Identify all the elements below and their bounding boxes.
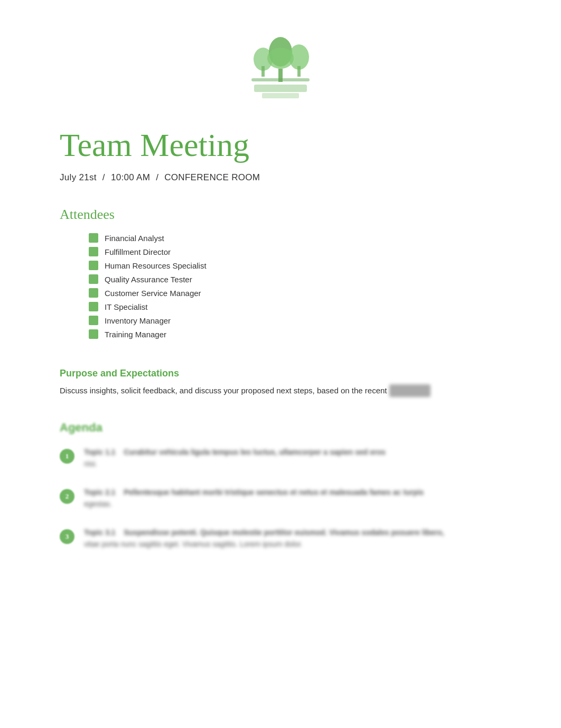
bullet-icon [89, 316, 98, 325]
bullet-icon [89, 302, 98, 311]
page-container: Team Meeting July 21st / 10:00 AM / CONF… [0, 0, 561, 656]
agenda-content-1: Topic 1.1 Curabitur vehicula ligula temp… [84, 448, 501, 469]
svg-point-5 [289, 44, 309, 70]
agenda-item-3: 3 Topic 3.1 Suspendisse potenti. Quisque… [60, 528, 501, 550]
svg-rect-1 [261, 66, 265, 77]
agenda-desc-2: egestas. [84, 499, 501, 510]
attendee-name: Fulfillment Director [105, 247, 171, 256]
agenda-heading: Agenda [60, 421, 501, 435]
list-item: Financial Analyst [89, 233, 501, 243]
svg-rect-6 [297, 66, 301, 77]
bullet-icon [89, 329, 98, 339]
meeting-date: July 21st [60, 172, 97, 182]
attendee-name: Inventory Manager [105, 316, 171, 325]
list-item: Inventory Manager [89, 316, 501, 325]
svg-rect-9 [262, 93, 299, 98]
attendee-name: IT Specialist [105, 302, 147, 311]
list-item: Quality Assurance Tester [89, 274, 501, 284]
purpose-heading: Purpose and Expectations [60, 368, 501, 379]
agenda-number-2: 2 [60, 489, 74, 504]
company-logo [236, 32, 325, 100]
bullet-icon [89, 261, 98, 270]
attendees-section: Attendees Financial Analyst Fulfillment … [60, 207, 501, 339]
purpose-text-blurred: plant data. [389, 384, 431, 397]
attendee-name: Customer Service Manager [105, 289, 201, 298]
footer-area [60, 592, 501, 624]
meeting-title: Team Meeting [60, 127, 501, 163]
separator-2: / [156, 172, 158, 182]
agenda-title-3: Topic 3.1 Suspendisse potenti. Quisque m… [84, 528, 501, 537]
meeting-time: 10:00 AM [111, 172, 150, 182]
bullet-icon [89, 274, 98, 284]
list-item: Fulfillment Director [89, 247, 501, 256]
agenda-section: Agenda 1 Topic 1.1 Curabitur vehicula li… [60, 421, 501, 550]
bullet-icon [89, 288, 98, 298]
attendee-name: Financial Analyst [105, 234, 164, 243]
attendees-heading: Attendees [60, 207, 501, 223]
attendee-name: Human Resources Specialist [105, 261, 207, 270]
agenda-number-3: 3 [60, 529, 74, 544]
agenda-item-2: 2 Topic 2.1 Pellentesque habitant morbi … [60, 488, 501, 510]
purpose-section: Purpose and Expectations Discuss insight… [60, 368, 501, 397]
purpose-text: Discuss insights, solicit feedback, and … [60, 384, 501, 397]
agenda-content-2: Topic 2.1 Pellentesque habitant morbi tr… [84, 488, 501, 510]
list-item: Training Manager [89, 329, 501, 339]
agenda-title-1: Topic 1.1 Curabitur vehicula ligula temp… [84, 448, 501, 456]
meeting-meta: July 21st / 10:00 AM / CONFERENCE ROOM [60, 172, 501, 183]
agenda-item-1: 1 Topic 1.1 Curabitur vehicula ligula te… [60, 448, 501, 469]
agenda-desc-3: vitae porta nunc sagittis eget. Vivamus … [84, 539, 501, 550]
list-item: Human Resources Specialist [89, 261, 501, 270]
list-item: Customer Service Manager [89, 288, 501, 298]
list-item: IT Specialist [89, 302, 501, 311]
bullet-icon [89, 247, 98, 256]
svg-rect-7 [251, 78, 310, 81]
attendees-list: Financial Analyst Fulfillment Director H… [60, 233, 501, 339]
attendee-name: Training Manager [105, 330, 166, 339]
bullet-icon [89, 233, 98, 243]
separator-1: / [102, 172, 105, 182]
agenda-content-3: Topic 3.1 Suspendisse potenti. Quisque m… [84, 528, 501, 550]
svg-rect-8 [254, 85, 307, 92]
agenda-number-1: 1 [60, 449, 74, 464]
purpose-text-visible: Discuss insights, solicit feedback, and … [60, 386, 387, 395]
agenda-title-2: Topic 2.1 Pellentesque habitant morbi tr… [84, 488, 501, 496]
agenda-desc-1: nisi. [84, 458, 501, 469]
meeting-location: CONFERENCE ROOM [164, 172, 260, 182]
attendee-name: Quality Assurance Tester [105, 275, 192, 284]
logo-container [60, 21, 501, 100]
